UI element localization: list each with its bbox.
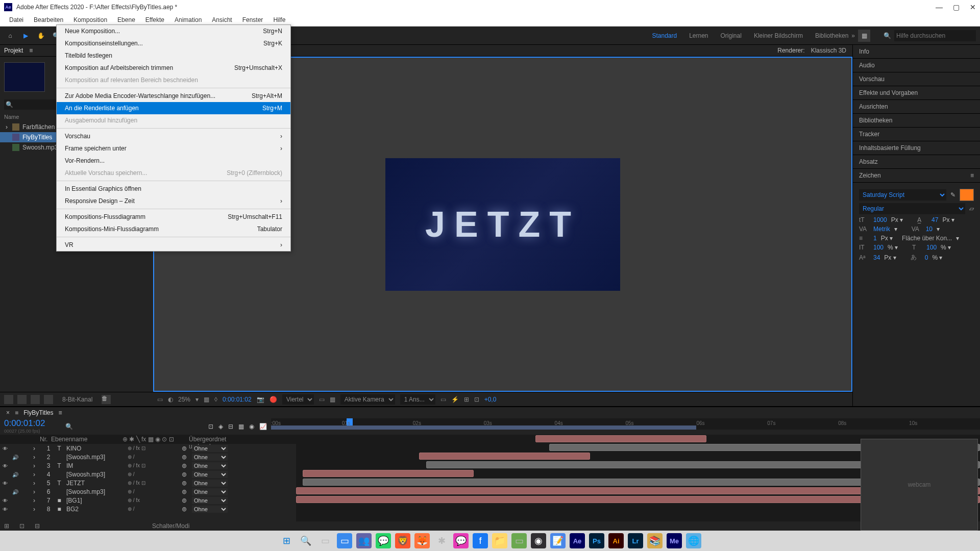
exposure-value[interactable]: +0,0	[484, 396, 497, 403]
region-icon[interactable]: ▭	[319, 396, 325, 403]
parent-select[interactable]: Ohne	[192, 462, 228, 469]
parent-select[interactable]: Ohne	[192, 497, 228, 504]
menuitem[interactable]: Kompositions-FlussdiagrammStrg+Umschalt+…	[57, 211, 290, 223]
zoom-value[interactable]: 25%	[178, 396, 190, 403]
renderer-value[interactable]: Klassisch 3D	[811, 47, 846, 54]
menuitem[interactable]: Zur Adobe Media Encoder-Warteschlange hi…	[57, 90, 290, 102]
parent-select[interactable]: Ohne	[192, 506, 228, 513]
camera-select[interactable]: Aktive Kamera	[340, 394, 395, 405]
app-icon-1[interactable]: ✱	[434, 533, 449, 548]
graph-editor-icon[interactable]: 📈	[259, 423, 267, 430]
viewer-timecode[interactable]: 0:00:01:02	[223, 396, 252, 403]
visibility-icon[interactable]	[3, 506, 8, 513]
workspace-original[interactable]: Original	[721, 32, 742, 39]
timeline-tab[interactable]: FlyByTitles	[23, 409, 53, 416]
stroke-value[interactable]: 1	[873, 235, 877, 242]
teams-icon[interactable]: 👥	[356, 533, 372, 548]
timeline-clip[interactable]	[303, 470, 474, 477]
obs-icon[interactable]: ◉	[531, 533, 546, 548]
close-button[interactable]: ✕	[970, 3, 976, 11]
workspace-standard[interactable]: Standard	[652, 32, 677, 39]
menuitem[interactable]: Vorschau›	[57, 130, 290, 142]
resolution-select[interactable]: Viertel	[282, 394, 314, 405]
new-comp-icon[interactable]	[17, 395, 27, 404]
motion-blur-icon[interactable]: ◉	[249, 423, 254, 430]
panel-zeichen[interactable]: Zeichen≡	[853, 169, 980, 183]
workspace-panel-icon[interactable]: ▦	[858, 30, 870, 42]
menuitem[interactable]: Responsive Design – Zeit›	[57, 195, 290, 207]
layer-row[interactable]: › 3 T IM ⊕ / fx ⊡ ⊚ Ohne	[0, 461, 296, 470]
app-icon-4[interactable]: 📚	[647, 533, 663, 548]
grid-icon[interactable]: ▦	[204, 396, 209, 403]
audio-icon[interactable]	[12, 488, 18, 495]
parent-select[interactable]: Ohne	[192, 454, 228, 461]
eyedropper-icon[interactable]: ✎	[950, 191, 955, 198]
panel-inhaltsbasierte-füllung[interactable]: Inhaltsbasierte Füllung	[853, 141, 980, 155]
menuitem[interactable]: In Essential Graphics öffnen	[57, 183, 290, 195]
layer-row[interactable]: › 6 [Swoosh.mp3] ⊕ / ⊚ Ohne	[0, 487, 296, 496]
timeline-menu-icon[interactable]: ≡	[59, 409, 62, 416]
views-select[interactable]: 1 Ans...	[400, 394, 435, 405]
menuitem[interactable]: Kompositions-Mini-FlussdiagrammTabulator	[57, 223, 290, 235]
hide-shy-icon[interactable]: ⊟	[228, 423, 233, 430]
minimize-button[interactable]: —	[936, 3, 943, 11]
font-select[interactable]: Saturday Script	[859, 189, 946, 201]
new-folder-icon[interactable]	[31, 395, 40, 404]
whatsapp-icon[interactable]: 💬	[376, 533, 391, 548]
font-style-select[interactable]: Regular	[859, 203, 965, 214]
app-icon-2[interactable]: ▭	[511, 533, 527, 548]
font-size-value[interactable]: 1000	[873, 216, 887, 223]
frame-blend-icon[interactable]: ▦	[238, 423, 244, 430]
layer-row[interactable]: › 7 ■ [BG1] ⊕ / fx ⊚ Ohne	[0, 496, 296, 505]
brave-icon[interactable]: 🦁	[395, 533, 410, 548]
fill-color-swatch[interactable]	[960, 189, 974, 201]
trash-icon[interactable]: 🗑	[102, 395, 111, 404]
snapshot-icon[interactable]: 📷	[257, 396, 264, 403]
task-search-icon[interactable]: 🔍	[298, 533, 313, 548]
workspace-chevron-icon[interactable]: »	[851, 32, 855, 39]
visibility-icon[interactable]	[3, 462, 8, 469]
panel-absatz[interactable]: Absatz	[853, 155, 980, 169]
timeline-clip[interactable]	[535, 435, 706, 442]
leading-value[interactable]: 47	[932, 216, 938, 223]
panel-tracker[interactable]: Tracker	[853, 128, 980, 141]
selection-tool-icon[interactable]: ▶	[19, 30, 32, 42]
pixel-aspect-icon[interactable]: ▭	[440, 396, 446, 403]
kerning-value[interactable]: Metrik	[873, 226, 890, 233]
panel-ausrichten[interactable]: Ausrichten	[853, 100, 980, 114]
folder-icon[interactable]: 📁	[492, 533, 507, 548]
vscale-value[interactable]: 100	[873, 244, 884, 251]
tracking-value[interactable]: 10	[926, 226, 933, 233]
panel-audio[interactable]: Audio	[853, 59, 980, 72]
maximize-button[interactable]: ▢	[953, 3, 960, 11]
home-icon[interactable]: ⌂	[4, 30, 16, 42]
hand-tool-icon[interactable]: ✋	[35, 30, 47, 42]
footer-label[interactable]: Schalter/Modi	[152, 522, 189, 530]
panel-bibliotheken[interactable]: Bibliotheken	[853, 114, 980, 128]
transparency-icon[interactable]: ▦	[330, 396, 335, 403]
menuitem[interactable]: An die Renderliste anfügenStrg+M	[57, 102, 290, 114]
project-tab[interactable]: Projekt	[4, 47, 23, 54]
panel-effekte-und-vorgaben[interactable]: Effekte und Vorgaben	[853, 86, 980, 100]
toggle-switches-icon[interactable]: ⊞	[4, 522, 9, 530]
app-icon-5[interactable]: 🌐	[686, 533, 701, 548]
layer-row[interactable]: › 8 ■ BG2 ⊕ / ⊚ Ohne	[0, 505, 296, 513]
timeline-timecode[interactable]: 0:00:01:02	[4, 418, 57, 429]
photoshop-icon[interactable]: Ps	[589, 533, 604, 548]
layer-row[interactable]: › 2 [Swoosh.mp3] ⊕ / ⊚ Ohne	[0, 453, 296, 461]
timeline-search-icon[interactable]: 🔍	[65, 423, 73, 430]
timeline-clip[interactable]	[419, 453, 590, 460]
workspace-bibliotheken[interactable]: Bibliotheken	[815, 32, 848, 39]
audio-icon[interactable]	[12, 471, 18, 478]
messenger-icon[interactable]: 💬	[453, 533, 469, 548]
app-icon-3[interactable]: 📝	[550, 533, 566, 548]
firefox-icon[interactable]: 🦊	[414, 533, 430, 548]
panel-info[interactable]: Info	[853, 45, 980, 59]
stroke-swatch-icon[interactable]: ▱	[969, 205, 974, 212]
draft3d-icon[interactable]: ◈	[218, 423, 223, 430]
workspace-kleiner bildschirm[interactable]: Kleiner Bildschirm	[754, 32, 803, 39]
channel-icon[interactable]: 🔴	[270, 396, 277, 403]
hscale-value[interactable]: 100	[926, 244, 937, 251]
magnification-icon[interactable]: ▭	[157, 396, 163, 403]
lightroom-icon[interactable]: Lr	[628, 533, 643, 548]
